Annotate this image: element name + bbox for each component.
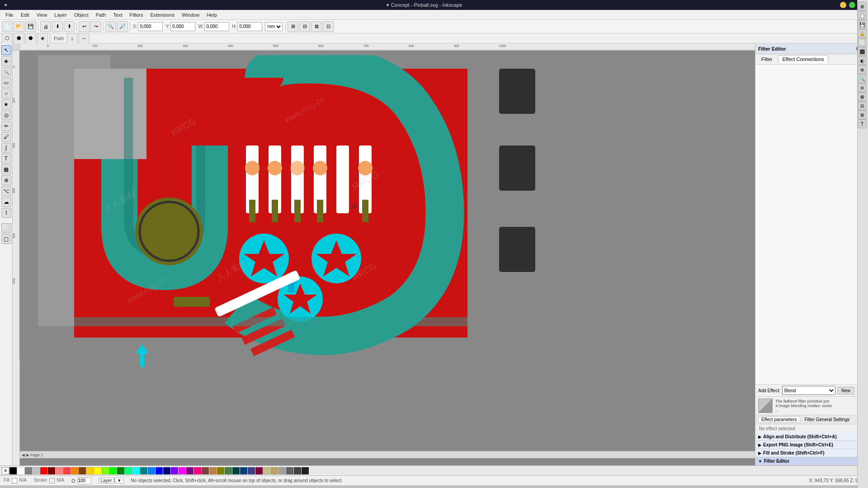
palette-swatch-11[interactable] (94, 467, 101, 474)
palette-swatch-3[interactable] (33, 467, 40, 474)
right-icon-2[interactable]: 📋 (858, 11, 867, 20)
fill-tool[interactable]: ⬜ (1, 223, 11, 233)
canvas-area[interactable]: 0 100 200 300 400 500 600 700 800 900 10… (13, 43, 755, 465)
menu-item-layer[interactable]: Layer (51, 11, 71, 19)
palette-swatch-24[interactable] (194, 467, 201, 474)
palette-swatch-6[interactable] (56, 467, 63, 474)
star-tool[interactable]: ★ (1, 99, 11, 109)
params-tab-effect[interactable]: Effect parameters (758, 416, 800, 423)
palette-swatch-15[interactable] (125, 467, 132, 474)
pinball-svg[interactable]: 人人素材 RRCG www.rrcg.cn 人人素材 RRCG 人人素材 RRC… (38, 55, 535, 380)
palette-swatch-14[interactable] (117, 467, 124, 474)
snap4-btn[interactable]: ⊡ (323, 21, 334, 32)
x-input[interactable] (138, 22, 163, 31)
right-icon-9[interactable]: 🔍 (858, 74, 867, 83)
palette-swatch-7[interactable] (63, 467, 71, 474)
palette-swatch-28[interactable] (225, 467, 232, 474)
palette-swatch-16[interactable] (132, 467, 140, 474)
y-input[interactable] (170, 22, 195, 31)
path-btn3[interactable]: ⬣ (25, 33, 36, 44)
tab-effect-connections[interactable]: Effect Connections (778, 55, 828, 63)
menu-item-file[interactable]: File (2, 11, 17, 19)
params-tab-general[interactable]: Filter General Settings (802, 417, 853, 422)
pen-tool[interactable]: 🖊 (1, 132, 11, 142)
palette-swatch-9[interactable] (79, 467, 86, 474)
path-btn4[interactable]: ↕ (67, 33, 78, 44)
eyedropper-tool[interactable]: ⊕ (1, 175, 11, 185)
save-btn[interactable]: 💾 (25, 21, 36, 32)
menu-item-object[interactable]: Object (71, 11, 92, 19)
palette-swatch-23[interactable] (186, 467, 193, 474)
print-btn[interactable]: 🖨 (40, 21, 51, 32)
add-effect-select[interactable]: Blend (782, 386, 835, 395)
spiral-tool[interactable]: ◎ (1, 110, 11, 120)
right-icon-14[interactable]: T (858, 119, 867, 128)
palette-swatch-1[interactable] (17, 467, 24, 474)
circle-tool[interactable]: ○ (1, 89, 11, 99)
opacity-input[interactable] (78, 477, 91, 484)
new-btn[interactable]: 📄 (2, 21, 13, 32)
new-effect-button[interactable]: New (837, 387, 854, 394)
pencil-tool[interactable]: ✏ (1, 121, 11, 131)
minimize-button[interactable]: – (840, 2, 846, 8)
redo-btn[interactable]: ↪ (90, 21, 101, 32)
right-icon-8[interactable]: ⊕ (858, 65, 867, 74)
text-tool[interactable]: T (1, 154, 11, 164)
menu-item-text[interactable]: Text (109, 11, 126, 19)
palette-swatch-0[interactable] (9, 467, 17, 474)
zoom-out-btn[interactable]: 🔎 (117, 21, 128, 32)
palette-swatch-37[interactable] (294, 467, 301, 474)
maximize-button[interactable]: □ (849, 2, 855, 8)
palette-swatch-12[interactable] (102, 467, 109, 474)
right-icon-12[interactable]: ⊟ (858, 101, 867, 110)
filter-editor-collapse-header[interactable]: ▼ Filter Editor (755, 457, 857, 465)
right-icon-3[interactable]: 💾 (858, 20, 867, 29)
palette-swatch-18[interactable] (148, 467, 155, 474)
snap-btn[interactable]: ⊞ (288, 21, 298, 32)
measure-tool[interactable]: ⌇ (1, 208, 11, 218)
right-icon-5[interactable]: ⬜ (858, 38, 867, 47)
h-input[interactable] (237, 22, 262, 31)
rect-tool[interactable]: ▭ (1, 78, 11, 88)
palette-swatch-36[interactable] (286, 467, 293, 474)
palette-swatch-21[interactable] (171, 467, 178, 474)
connector-tool[interactable]: ⌥ (1, 186, 11, 196)
snap2-btn[interactable]: ⊟ (299, 21, 310, 32)
menu-item-extensions[interactable]: Extensions (146, 11, 178, 19)
menu-item-edit[interactable]: Edit (17, 11, 33, 19)
palette-swatch-17[interactable] (140, 467, 147, 474)
node-tool[interactable]: ◈ (1, 56, 11, 66)
menu-item-view[interactable]: View (33, 11, 51, 19)
export-btn[interactable]: ⬆ (64, 21, 75, 32)
right-icon-13[interactable]: ⊞ (858, 110, 867, 119)
palette-swatch-2[interactable] (25, 467, 32, 474)
palette-swatch-25[interactable] (202, 467, 209, 474)
gradient-tool[interactable]: ▦ (1, 164, 11, 174)
palette-swatch-26[interactable] (209, 467, 217, 474)
path-btn5[interactable]: ↔ (79, 33, 90, 44)
right-icon-4[interactable]: 🔒 (858, 29, 867, 38)
menu-item-help[interactable]: Help (203, 11, 221, 19)
menu-item-filters[interactable]: Filters (126, 11, 147, 19)
snap3-btn[interactable]: ⊠ (311, 21, 322, 32)
palette-swatch-30[interactable] (240, 467, 247, 474)
right-icon-11[interactable]: ⊠ (858, 92, 867, 101)
palette-swatch-20[interactable] (163, 467, 170, 474)
select-tool[interactable]: ↖ (1, 45, 11, 55)
undo-btn[interactable]: ↩ (79, 21, 90, 32)
palette-swatch-29[interactable] (232, 467, 240, 474)
palette-swatch-13[interactable] (109, 467, 117, 474)
palette-swatch-38[interactable] (302, 467, 309, 474)
zoom-tool[interactable]: 🔍 (1, 67, 11, 77)
palette-swatch-32[interactable] (255, 467, 263, 474)
menu-item-window[interactable]: Window (178, 11, 203, 19)
fill-stroke-header[interactable]: ▶ Fill and Stroke (Shift+Ctrl+F) (755, 449, 857, 457)
palette-swatch-34[interactable] (271, 467, 278, 474)
path-btn1[interactable]: ⬡ (2, 33, 13, 44)
palette-swatch-22[interactable] (179, 467, 186, 474)
canvas-content[interactable]: 人人素材 RRCG www.rrcg.cn (20, 51, 755, 458)
palette-swatch-4[interactable] (40, 467, 47, 474)
align-distribute-header[interactable]: ▶ Align and Distribute (Shift+Ctrl+A) (755, 433, 857, 441)
tab-filter[interactable]: Filter (757, 55, 776, 63)
no-color-swatch[interactable]: ✕ (2, 467, 9, 474)
